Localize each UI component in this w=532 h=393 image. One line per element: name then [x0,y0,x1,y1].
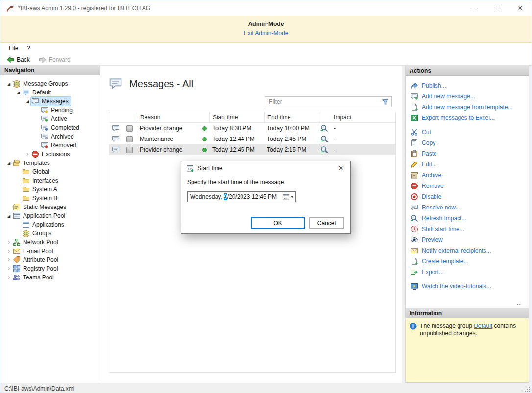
tree-item-label: Completed [51,124,79,131]
datetime-picker[interactable]: Wednesday, 9/20/2023 12:45 PM ▾ [187,191,296,202]
action-publish[interactable]: Publish... [406,80,529,91]
calendar-icon [282,193,290,201]
message-row[interactable]: Maintenance Today 12:44 PM Today 2:45 PM… [109,134,395,144]
tree-item-interfaces[interactable]: Interfaces [0,176,100,185]
tree-item-network-pool[interactable]: › Network Pool [0,238,100,247]
impact-zoom-icon[interactable] [320,135,328,143]
back-button[interactable]: Back [6,56,30,64]
action-disable[interactable]: Disable [406,191,529,202]
column-header-start-time[interactable]: Start time [209,112,264,122]
action-cut[interactable]: Cut [406,127,529,138]
tree-item-messages[interactable]: ◢ Messages [0,97,100,106]
cancel-button[interactable]: Cancel [309,217,344,229]
action-edit[interactable]: Edit... [406,159,529,170]
tree-item-default[interactable]: ◢ Default [0,88,100,97]
collapse-arrow-icon[interactable]: › [24,150,31,159]
datetime-selected-segment[interactable]: 9 [224,193,227,200]
tree-item-exclusions[interactable]: › Exclusions [0,150,100,159]
right-panel: Actions Publish... Add new message... Ad… [405,66,529,383]
datetime-dropdown-button[interactable]: ▾ [280,192,295,202]
collapse-arrow-icon[interactable]: › [5,247,12,255]
forward-button[interactable]: Forward [39,56,71,64]
tree-item-pending[interactable]: Pending [0,106,100,115]
datetime-prefix[interactable]: Wednesday, [190,193,224,200]
action-remove[interactable]: Remove [406,181,529,191]
impact-zoom-icon[interactable] [320,146,328,154]
default-group-link[interactable]: Default [474,323,492,329]
tree-item-active[interactable]: Active [0,115,100,123]
menu-help[interactable]: ? [23,44,35,53]
message-completed-icon [41,124,48,132]
message-icon [112,135,120,143]
maximize-button[interactable] [486,0,509,16]
filter-funnel-icon[interactable] [382,98,389,106]
column-header-impact[interactable]: Impact [331,112,395,122]
tree-item-registry-pool[interactable]: › Registry Pool [0,264,100,273]
action-watch-video-tutorials[interactable]: Watch the video-tutorials... [406,281,529,292]
expand-arrow-icon[interactable]: ◢ [24,99,31,104]
tree-item-removed[interactable]: Removed [0,141,100,150]
disable-icon [411,193,418,201]
collapse-arrow-icon[interactable]: › [5,264,12,273]
action-add-message-from-template[interactable]: Add new message from template... [406,102,529,113]
tree-item-label: Static Messages [23,204,66,210]
action-shift-start-time[interactable]: Shift start time... [406,224,529,234]
minimize-button[interactable] [464,0,486,16]
exit-admin-mode-link[interactable]: Exit Admin-Mode [0,30,532,37]
action-add-new-message[interactable]: Add new message... [406,91,529,102]
actions-overflow[interactable]: ... [406,300,529,308]
tree-item-system-a[interactable]: System A [0,185,100,194]
tree-item-global[interactable]: Global [0,167,100,176]
datetime-suffix[interactable]: /20/2023 12:45 PM [227,193,277,200]
tree-item-applications[interactable]: Applications [0,220,100,229]
applications-icon [22,221,30,229]
column-header-reason[interactable]: Reason [137,112,199,122]
tree-item-archived[interactable]: Archived [0,132,100,141]
collapse-arrow-icon[interactable]: › [5,273,12,282]
dialog-title-bar[interactable]: Start time × [181,161,350,176]
information-panel: The message group Default contains unpub… [406,318,529,382]
tree-item-label: System A [32,186,57,193]
impact-zoom-icon[interactable] [320,124,328,132]
message-row-selected[interactable]: Provider change Today 12:45 PM Today 2:1… [109,144,395,155]
expand-arrow-icon[interactable]: ◢ [5,214,12,218]
filter-input[interactable] [269,98,380,105]
action-export-excel[interactable]: Export messages to Excel... [406,113,529,123]
action-create-template[interactable]: Create template... [406,256,529,267]
expand-arrow-icon[interactable]: ◢ [5,161,12,165]
tree-item-templates[interactable]: ◢ Templates [0,159,100,167]
tree-item-message-groups[interactable]: ◢ Message Groups [0,79,100,88]
action-copy[interactable]: Copy [406,138,529,148]
collapse-arrow-icon[interactable]: › [5,238,12,247]
ok-button[interactable]: OK [251,217,305,229]
expand-arrow-icon[interactable]: ◢ [15,91,22,95]
forward-arrow-icon [39,56,47,64]
tree-item-completed[interactable]: Completed [0,123,100,132]
create-template-icon [411,257,418,265]
action-resolve-now[interactable]: Resolve now... [406,202,529,213]
action-archive[interactable]: Archive [406,170,529,181]
tree-item-attribute-pool[interactable]: › Attribute Pool [0,255,100,264]
tree-item-email-pool[interactable]: › E-mail Pool [0,247,100,255]
resize-grip[interactable] [529,391,530,392]
action-notify-external-recipients[interactable]: Notify external recipients... [406,245,529,256]
dialog-close-icon[interactable]: × [332,161,350,176]
action-preview[interactable]: Preview [406,234,529,245]
close-button[interactable]: × [509,0,532,16]
tree-item-label: Templates [23,160,50,166]
menu-file[interactable]: File [4,44,23,53]
folder-icon [22,194,30,202]
action-export[interactable]: Export... [406,267,529,277]
tree-item-application-pool[interactable]: ◢ Application Pool [0,211,100,220]
tree-item-teams-pool[interactable]: › Teams Pool [0,273,100,282]
tree-item-groups[interactable]: Groups [0,229,100,238]
video-icon [411,282,418,290]
collapse-arrow-icon[interactable]: › [5,255,12,264]
action-refresh-impact[interactable]: Refresh Impact... [406,213,529,224]
action-paste[interactable]: Paste [406,148,529,159]
message-row[interactable]: Provider change Today 8:30 PM Today 10:0… [109,123,395,134]
tree-item-system-b[interactable]: System B [0,194,100,203]
expand-arrow-icon[interactable]: ◢ [5,82,12,86]
tree-item-static-messages[interactable]: Static Messages [0,203,100,211]
column-header-end-time[interactable]: End time [264,112,318,122]
